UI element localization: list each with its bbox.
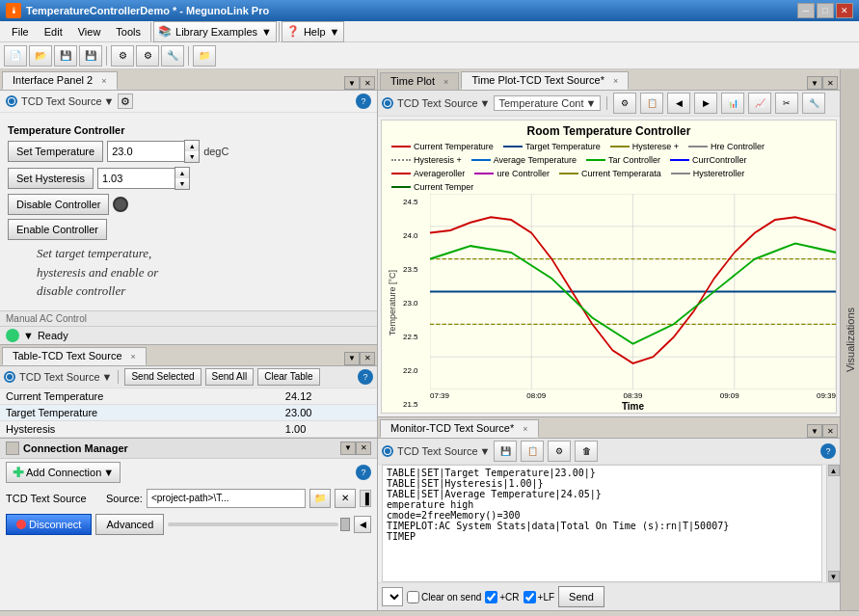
conn-slider[interactable] xyxy=(168,522,338,526)
mon-radio[interactable] xyxy=(382,445,393,457)
set-temp-button[interactable]: Set Temperature xyxy=(8,141,103,162)
tb-btn-4[interactable]: 🔧 xyxy=(161,45,184,67)
set-hyst-button[interactable]: Set Hysteresis xyxy=(8,168,94,189)
tp-btn-4[interactable]: ▶ xyxy=(694,93,717,114)
mon-copy-btn[interactable]: 📋 xyxy=(521,441,544,462)
tp-radio[interactable] xyxy=(382,97,393,109)
table-source-radio[interactable] xyxy=(4,371,15,383)
mon-help-btn[interactable]: ? xyxy=(820,443,836,459)
tp-btn-3[interactable]: ◀ xyxy=(667,93,690,114)
temp-up-arrow[interactable]: ▲ xyxy=(185,141,199,151)
conn-close-btn[interactable]: ✕ xyxy=(356,442,371,455)
close-button[interactable]: ✕ xyxy=(836,3,853,18)
send-selected-btn[interactable]: Send Selected xyxy=(124,368,201,386)
clear-table-btn[interactable]: Clear Table xyxy=(257,368,319,386)
table-pin-btn[interactable]: ▼ xyxy=(344,352,360,365)
conn-browse-btn[interactable]: 📁 xyxy=(309,489,331,508)
menu-view[interactable]: View xyxy=(70,24,109,40)
new-btn[interactable]: 📄 xyxy=(4,45,27,67)
interface-panel: TCD Text Source ▼ ⚙ ? Temperature Contro… xyxy=(0,91,377,344)
menu-edit[interactable]: Edit xyxy=(37,24,70,40)
panel-close-btn[interactable]: ✕ xyxy=(360,76,375,90)
maximize-button[interactable]: □ xyxy=(817,3,834,18)
tp-source-dropdown[interactable]: TCD Text Source ▼ xyxy=(397,97,490,109)
source-icon-btn[interactable]: ⚙ xyxy=(118,94,133,109)
monitor-scrollbar[interactable]: ▲ ▼ xyxy=(826,465,840,582)
time-plot-tab-1[interactable]: Time Plot × xyxy=(380,72,459,90)
advanced-button[interactable]: Advanced xyxy=(95,514,164,535)
time-plot-tab-2-close[interactable]: × xyxy=(613,76,618,86)
source-dropdown[interactable]: TCD Text Source ▼ xyxy=(21,95,114,107)
time-plot-tab-1-close[interactable]: × xyxy=(443,77,448,87)
save-all-btn[interactable]: 💾 xyxy=(79,45,102,67)
tp-btn-5[interactable]: 📊 xyxy=(721,93,744,114)
disconnect-button[interactable]: Disconnect xyxy=(6,514,92,535)
menu-help[interactable]: ❓ Help ▼ xyxy=(282,21,345,42)
conn-collapse-icon[interactable] xyxy=(6,442,19,455)
table-tab-close[interactable]: × xyxy=(131,352,136,362)
tp-btn-8[interactable]: 🔧 xyxy=(802,93,825,114)
mon-save-btn[interactable]: 💾 xyxy=(494,441,517,462)
tb-btn-3[interactable]: ⚙ xyxy=(136,45,159,67)
mon-clear-btn[interactable]: 🗑 xyxy=(575,441,598,462)
hyst-up-arrow[interactable]: ▲ xyxy=(175,168,189,178)
monitor-tab-close[interactable]: × xyxy=(523,424,527,434)
interface-tab-close[interactable]: × xyxy=(101,76,106,86)
scroll-up-btn[interactable]: ▲ xyxy=(828,465,840,476)
scroll-down-btn[interactable]: ▼ xyxy=(828,571,840,582)
minimize-button[interactable]: ─ xyxy=(797,3,815,18)
tb-btn-2[interactable]: ⚙ xyxy=(111,45,134,67)
monitor-tab[interactable]: Monitor-TCD Text Source* × xyxy=(380,419,539,438)
interface-panel-tab[interactable]: Interface Panel 2 × xyxy=(2,71,118,90)
conn-pin-btn[interactable]: ▼ xyxy=(340,442,356,455)
lf-checkbox[interactable] xyxy=(523,591,536,603)
menu-file[interactable]: File xyxy=(4,24,37,40)
tp-ch-dropdown[interactable]: Temperature Cont ▼ xyxy=(494,95,601,111)
menu-library-examples[interactable]: 📚 Library Examples ▼ xyxy=(153,21,277,42)
hyst-input[interactable] xyxy=(97,168,174,189)
viz-sidebar-label[interactable]: Visualizations xyxy=(845,308,856,372)
tp-btn-2[interactable]: 📋 xyxy=(640,93,663,114)
send-all-btn[interactable]: Send All xyxy=(205,368,255,386)
nav-prev-btn[interactable]: ◀ xyxy=(354,516,371,533)
tp-btn-1[interactable]: ⚙ xyxy=(613,93,636,114)
disable-btn[interactable]: Disable Controller xyxy=(8,194,109,215)
help-chevron: ▼ xyxy=(330,26,340,38)
table-help-btn[interactable]: ? xyxy=(358,369,373,385)
legend-label-13: Current Temper xyxy=(414,182,473,192)
cr-checkbox[interactable] xyxy=(485,591,497,603)
interface-help-btn[interactable]: ? xyxy=(356,94,371,109)
monitor-pin-btn[interactable]: ▼ xyxy=(807,424,822,438)
slider-thumb[interactable] xyxy=(340,518,350,531)
timeplot-pin-btn[interactable]: ▼ xyxy=(807,76,822,90)
monitor-channel-select[interactable] xyxy=(382,587,403,606)
clear-on-send-checkbox[interactable] xyxy=(407,591,419,603)
mon-source-dropdown[interactable]: TCD Text Source ▼ xyxy=(397,445,490,457)
tp-btn-7[interactable]: ✂ xyxy=(775,93,798,114)
table-source-dropdown[interactable]: TCD Text Source ▼ xyxy=(19,371,112,383)
open-btn[interactable]: 📂 xyxy=(29,45,52,67)
conn-clear-btn[interactable]: ✕ xyxy=(335,489,356,508)
mon-source-label: TCD Text Source xyxy=(397,445,478,457)
enable-btn[interactable]: Enable Controller xyxy=(8,219,107,240)
save-btn[interactable]: 💾 xyxy=(54,45,77,67)
conn-scroll[interactable]: ▐ xyxy=(360,490,371,507)
monitor-close-btn[interactable]: ✕ xyxy=(822,424,838,438)
timeplot-close-btn[interactable]: ✕ xyxy=(822,76,838,90)
table-close-btn[interactable]: ✕ xyxy=(360,352,375,365)
panel-pin-btn[interactable]: ▼ xyxy=(344,76,360,90)
time-plot-tab-2[interactable]: Time Plot-TCD Text Source* × xyxy=(461,71,629,90)
table-tab[interactable]: Table-TCD Text Source × xyxy=(2,347,147,365)
hyst-down-arrow[interactable]: ▼ xyxy=(175,178,189,189)
menu-tools[interactable]: Tools xyxy=(108,24,148,40)
add-connection-button[interactable]: ✚ Add Connection ▼ xyxy=(6,462,121,483)
tp-btn-6[interactable]: 📈 xyxy=(748,93,771,114)
tb-btn-5[interactable]: 📁 xyxy=(193,45,216,67)
send-button[interactable]: Send xyxy=(558,586,604,607)
temp-input[interactable] xyxy=(107,141,184,162)
temp-down-arrow[interactable]: ▼ xyxy=(185,151,199,162)
mon-settings-btn[interactable]: ⚙ xyxy=(548,441,571,462)
source-radio[interactable] xyxy=(6,95,17,107)
conn-help-btn[interactable]: ? xyxy=(356,465,371,480)
conn-path-input[interactable] xyxy=(147,489,306,508)
